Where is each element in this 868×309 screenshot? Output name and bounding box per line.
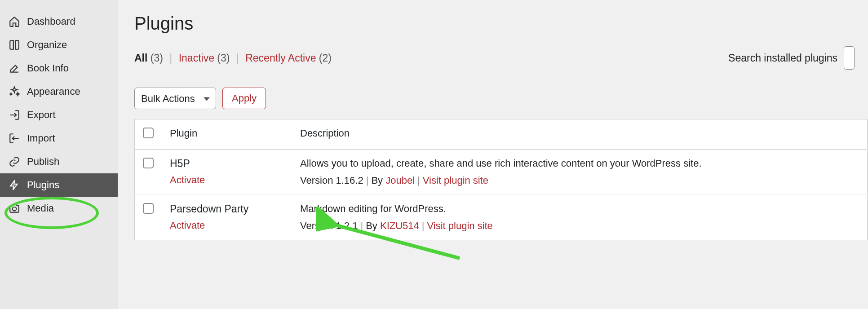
- admin-sidebar: Dashboard Organize Book Info Appearance …: [0, 0, 118, 309]
- sidebar-item-book-info[interactable]: Book Info: [0, 57, 118, 80]
- link-icon: [8, 155, 21, 168]
- edit-icon: [8, 62, 21, 75]
- apply-button[interactable]: Apply: [222, 88, 266, 109]
- plugins-table: Plugin Description H5P Activate Allows y…: [134, 119, 868, 240]
- plugin-description: Markdown editing for WordPress.: [300, 203, 859, 215]
- plugin-name: Parsedown Party: [170, 203, 284, 215]
- row-checkbox[interactable]: [143, 158, 154, 168]
- bolt-icon: [8, 179, 21, 191]
- sidebar-item-label: Export: [27, 109, 56, 121]
- sidebar-item-media[interactable]: Media: [0, 197, 118, 220]
- filter-inactive[interactable]: Inactive (3): [179, 52, 230, 64]
- plugin-version: Version 1.2.1: [300, 220, 358, 231]
- plugin-name: H5P: [170, 158, 284, 170]
- sidebar-item-label: Media: [27, 203, 54, 214]
- separator: |: [236, 52, 239, 64]
- activate-link[interactable]: Activate: [170, 174, 205, 185]
- row-checkbox[interactable]: [143, 203, 154, 214]
- search-area: Search installed plugins: [728, 46, 855, 70]
- search-input[interactable]: [844, 46, 855, 70]
- sidebar-item-appearance[interactable]: Appearance: [0, 80, 118, 103]
- filter-all[interactable]: All (3): [134, 52, 163, 64]
- sidebar-item-label: Appearance: [27, 86, 80, 97]
- bulk-actions-select[interactable]: Bulk Actions: [134, 88, 216, 109]
- sidebar-item-organize[interactable]: Organize: [0, 33, 118, 57]
- column-description[interactable]: Description: [292, 119, 868, 150]
- visit-plugin-site-link[interactable]: Visit plugin site: [427, 220, 493, 231]
- sidebar-item-label: Organize: [27, 39, 67, 51]
- svg-point-0: [13, 207, 17, 211]
- sidebar-item-import[interactable]: Import: [0, 127, 118, 150]
- sidebar-item-export[interactable]: Export: [0, 103, 118, 127]
- plugin-author-link[interactable]: KIZU514: [380, 220, 419, 231]
- select-all-checkbox[interactable]: [143, 128, 154, 138]
- sidebar-item-label: Dashboard: [27, 16, 75, 27]
- activate-link[interactable]: Activate: [170, 220, 205, 231]
- filter-recently-active[interactable]: Recently Active (2): [245, 52, 332, 64]
- plugin-version: Version 1.16.2: [300, 175, 363, 186]
- book-icon: [8, 39, 21, 51]
- sidebar-item-publish[interactable]: Publish: [0, 150, 118, 173]
- plugin-author-link[interactable]: Joubel: [385, 175, 415, 186]
- home-icon: [8, 15, 21, 28]
- plugin-meta: Version 1.16.2|By Joubel|Visit plugin si…: [300, 175, 859, 186]
- visit-plugin-site-link[interactable]: Visit plugin site: [423, 175, 488, 186]
- sidebar-item-label: Plugins: [27, 179, 59, 191]
- table-row: H5P Activate Allows you to upload, creat…: [135, 150, 868, 195]
- main-content: Plugins All (3) | Inactive (3) | Recentl…: [118, 0, 868, 309]
- sparkle-icon: [8, 85, 21, 98]
- column-plugin[interactable]: Plugin: [162, 119, 292, 150]
- table-row: Parsedown Party Activate Markdown editin…: [135, 195, 868, 240]
- separator: |: [169, 52, 172, 64]
- sidebar-item-label: Publish: [27, 156, 59, 168]
- camera-icon: [8, 202, 21, 215]
- filter-row: All (3) | Inactive (3) | Recently Active…: [134, 46, 868, 70]
- plugin-meta: Version 1.2.1|By KIZU514|Visit plugin si…: [300, 220, 859, 232]
- bulk-actions-row: Bulk Actions Apply: [134, 88, 868, 109]
- sidebar-item-label: Book Info: [27, 62, 69, 74]
- sidebar-item-label: Import: [27, 132, 55, 144]
- export-icon: [8, 109, 21, 121]
- sidebar-item-dashboard[interactable]: Dashboard: [0, 10, 118, 33]
- import-icon: [8, 132, 21, 145]
- page-title: Plugins: [134, 13, 868, 34]
- plugin-filters: All (3) | Inactive (3) | Recently Active…: [134, 52, 332, 64]
- search-label: Search installed plugins: [728, 52, 837, 64]
- sidebar-item-plugins[interactable]: Plugins: [0, 173, 118, 197]
- plugin-description: Allows you to upload, create, share and …: [300, 158, 859, 169]
